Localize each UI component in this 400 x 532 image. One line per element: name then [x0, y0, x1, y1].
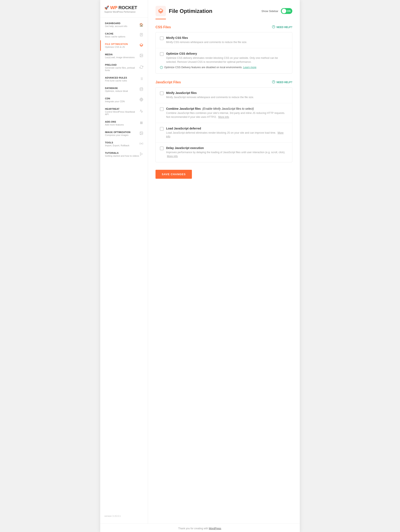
minify-css-desc: Minify CSS removes whitespace and commen… — [166, 40, 247, 44]
svg-point-21 — [141, 132, 141, 133]
logo-subtitle: Superior WordPress Performance — [104, 11, 144, 13]
sidebar-item-subtitle: Import, Export, Rollback — [105, 144, 129, 147]
sidebar: 🚀 WP ROCKET Superior WordPress Performan… — [100, 0, 148, 524]
sidebar-item-title: MEDIA — [105, 53, 135, 56]
minify-css-row: Minify CSS files Minify CSS removes whit… — [156, 32, 292, 48]
sidebar-item-tools[interactable]: TOOLS Import, Export, Rollback — [100, 139, 148, 149]
sidebar-item-media[interactable]: MEDIA LazyLoad, image dimensions — [100, 51, 148, 61]
page-footer: Thank you for creating with WordPress. — [100, 524, 300, 532]
sidebar-item-preload[interactable]: PRELOAD Generate cache files, preload fo… — [100, 61, 148, 74]
tools-icon — [139, 142, 144, 146]
load-js-deferred-label: Load JavaScript deferred — [166, 127, 288, 130]
load-js-deferred-checkbox[interactable] — [160, 127, 164, 131]
sidebar-item-subtitle: Generate cache files, preload fonts — [105, 66, 139, 71]
js-section: JavaScript Files NEED HELP? — [155, 80, 292, 162]
delay-js-desc: Improves performance by delaying the loa… — [166, 151, 288, 158]
help-circle-icon — [272, 25, 275, 29]
combine-js-more-link[interactable]: More info — [218, 115, 229, 119]
sidebar-item-subtitle: Basic cache options — [105, 35, 125, 38]
minify-js-label: Minify JavaScript files — [166, 91, 254, 95]
js-need-help-link[interactable]: NEED HELP? — [272, 80, 292, 84]
sidebar-item-subtitle: Getting started and how to videos — [105, 155, 139, 157]
svg-point-13 — [140, 88, 143, 89]
sidebar-item-title: FILE OPTIMIZATION — [105, 43, 128, 45]
sidebar-item-subtitle: Compress your images — [105, 134, 130, 136]
css-learn-more-link[interactable]: Learn more — [243, 66, 256, 69]
js-section-title: JavaScript Files — [155, 80, 181, 84]
combine-js-checkbox[interactable] — [160, 107, 164, 111]
sidebar-item-title: TOOLS — [105, 141, 129, 144]
minify-js-desc: Minify JavaScript removes whitespace and… — [166, 95, 254, 99]
svg-point-6 — [141, 55, 141, 55]
database-icon — [139, 87, 144, 92]
sidebar-item-advanced-rules[interactable]: ADVANCED RULES Fine-tune cache rules — [100, 74, 148, 84]
css-section: CSS Files NEED HELP? — [155, 25, 292, 74]
optimize-css-delivery-desc: Optimize CSS delivery eliminates render-… — [166, 56, 288, 64]
logo-area: 🚀 WP ROCKET Superior WordPress Performan… — [100, 0, 148, 18]
optimize-css-delivery-checkbox[interactable] — [160, 52, 164, 56]
cache-icon — [139, 33, 144, 38]
sidebar-item-subtitle: Fine-tune cache rules — [105, 79, 127, 82]
minify-css-checkbox[interactable] — [160, 36, 164, 40]
show-sidebar-toggle[interactable]: ON — [281, 8, 292, 14]
version-text: version 3.15.0.1 — [100, 513, 148, 519]
delay-js-more-link[interactable]: More info — [167, 155, 178, 158]
css-options-card: Minify CSS files Minify CSS removes whit… — [155, 32, 292, 74]
css-need-help-link[interactable]: NEED HELP? — [272, 25, 292, 29]
toggle-knob — [282, 9, 286, 13]
sidebar-item-subtitle: LazyLoad, image dimensions — [105, 56, 135, 59]
optimize-css-delivery-label: Optimize CSS delivery — [166, 52, 288, 55]
media-icon — [139, 54, 144, 58]
sidebar-item-subtitle: Add more features — [105, 123, 124, 126]
sidebar-item-subtitle: Optimize CSS & JS — [105, 46, 128, 48]
content-area: CSS Files NEED HELP? — [148, 19, 300, 184]
sidebar-item-title: HEARTBEAT — [105, 108, 139, 110]
sidebar-item-tutorials[interactable]: TUTORIALS Getting started and how to vid… — [100, 149, 148, 160]
sidebar-item-cdn[interactable]: CDN Integrate your CDN — [100, 95, 148, 105]
rules-icon — [139, 77, 144, 82]
sidebar-item-dashboard[interactable]: DASHBOARD Get help, account info 🏠 — [100, 19, 148, 30]
svg-point-22 — [141, 143, 142, 144]
toggle-label: ON — [287, 10, 291, 12]
load-js-deferred-row: Load JavaScript deferred Load JavaScript… — [156, 123, 292, 143]
sidebar-item-title: CDN — [105, 97, 125, 100]
page-icon — [155, 6, 166, 16]
css-section-title: CSS Files — [155, 25, 171, 29]
combine-js-desc: Combine JavaScript files combines your s… — [166, 111, 288, 119]
sidebar-item-title: ADVANCED RULES — [105, 76, 127, 79]
sidebar-item-file-optimization[interactable]: FILE OPTIMIZATION Optimize CSS & JS — [100, 40, 148, 51]
sidebar-item-cache[interactable]: CACHE Basic cache options — [100, 30, 148, 40]
sidebar-item-subtitle: Control WordPress Heartbeat API — [105, 111, 139, 115]
minify-js-checkbox[interactable] — [160, 91, 164, 95]
image-opt-icon — [139, 131, 144, 136]
delay-js-checkbox[interactable] — [160, 146, 164, 150]
info-circle-icon — [160, 66, 163, 70]
sidebar-item-database[interactable]: DATABASE Optimize, reduce bloat — [100, 84, 148, 95]
nav-menu: DASHBOARD Get help, account info 🏠 CACHE… — [100, 18, 148, 513]
save-changes-button[interactable]: SAVE CHANGES — [155, 170, 192, 179]
wordpress-link[interactable]: WordPress — [209, 527, 221, 530]
delay-js-label: Delay JavaScript execution — [166, 146, 288, 150]
layers-icon — [139, 43, 144, 48]
notice-text: Optimize CSS Delivery features are disab… — [164, 66, 256, 69]
main-content: File Optimization Show Sidebar ON CSS Fi… — [148, 0, 300, 524]
sidebar-item-title: ADD-ONS — [105, 120, 124, 123]
sidebar-item-image-optimization[interactable]: IMAGE OPTIMIZATION Compress your images — [100, 128, 148, 139]
rocket-icon: 🚀 — [104, 5, 109, 10]
js-options-card: Minify JavaScript files Minify JavaScrip… — [155, 87, 292, 162]
page-title-area: File Optimization — [155, 6, 212, 16]
css-section-header: CSS Files NEED HELP? — [155, 25, 292, 29]
combine-js-row: Combine JavaScript files (Enable Minify … — [156, 103, 292, 123]
help-circle-icon-js — [272, 80, 275, 84]
sidebar-item-title: DATABASE — [105, 87, 128, 89]
js-section-header: JavaScript Files NEED HELP? — [155, 80, 292, 84]
sidebar-item-subtitle: Get help, account info — [105, 25, 127, 27]
optimize-css-delivery-row: Optimize CSS delivery Optimize CSS deliv… — [156, 48, 292, 74]
tutorials-icon — [139, 152, 144, 157]
sidebar-item-heartbeat[interactable]: HEARTBEAT Control WordPress Heartbeat AP… — [100, 105, 148, 118]
sidebar-item-add-ons[interactable]: ADD-ONS Add more features — [100, 118, 148, 128]
preload-icon — [139, 65, 144, 70]
svg-point-17 — [142, 122, 143, 123]
page-header: File Optimization Show Sidebar ON — [148, 0, 300, 16]
sidebar-item-title: DASHBOARD — [105, 22, 127, 25]
